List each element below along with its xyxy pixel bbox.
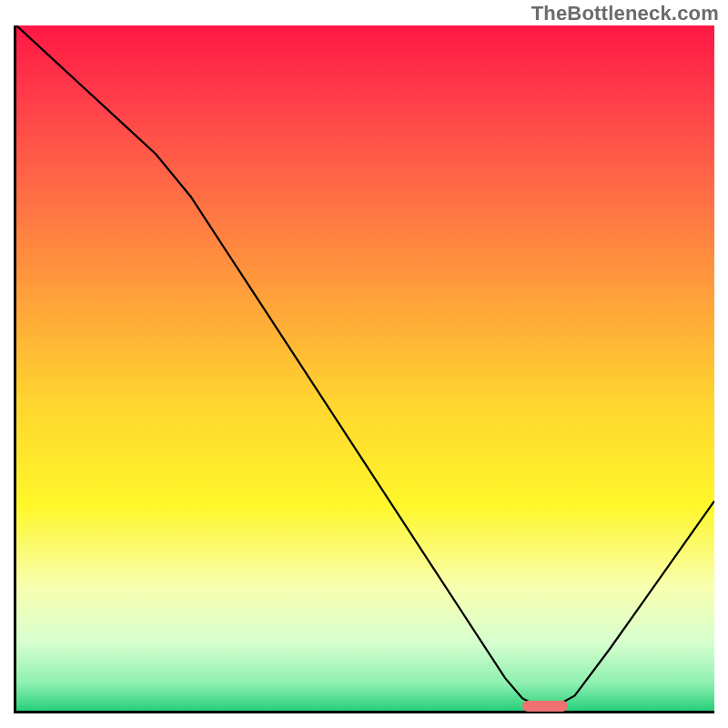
chart-container: TheBottleneck.com	[0, 0, 728, 728]
watermark-label: TheBottleneck.com	[531, 2, 719, 25]
plot-area	[14, 25, 714, 713]
bottleneck-curve	[16, 25, 714, 707]
optimal-marker	[522, 701, 568, 712]
curve-layer	[16, 25, 714, 711]
